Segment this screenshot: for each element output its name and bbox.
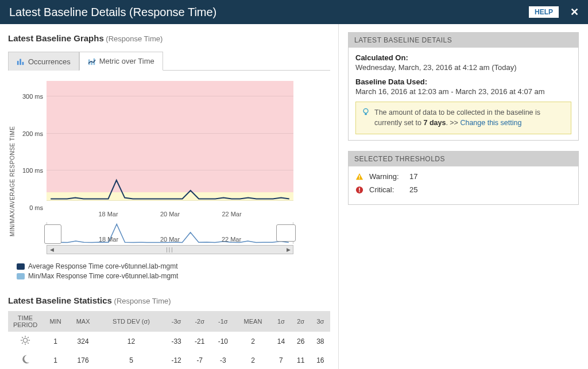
sun-icon bbox=[8, 332, 42, 351]
critical-value: 25 bbox=[409, 185, 417, 194]
scroll-right-icon[interactable]: ▶ bbox=[285, 246, 292, 253]
overview-scrollbar[interactable]: ◀ ||| ▶ bbox=[47, 245, 293, 254]
baseline-hint: The amount of data to be collected in th… bbox=[355, 102, 571, 134]
svg-rect-21 bbox=[359, 188, 360, 191]
tab-occurrences[interactable]: Occurrences bbox=[8, 52, 79, 71]
threshold-warning: Warning: 17 bbox=[355, 172, 571, 181]
stats-col-9: 2σ bbox=[291, 311, 311, 332]
tab-occurrences-label: Occurrences bbox=[28, 57, 71, 66]
mini-xtick-22: 22 Mar bbox=[201, 236, 262, 243]
right-pane: LATEST BASELINE DETAILS Calculated On: W… bbox=[339, 24, 588, 369]
stats-heading-sub: (Response Time) bbox=[114, 297, 171, 305]
swatch-dark-icon bbox=[17, 263, 25, 270]
hint-text-post: . >> bbox=[446, 119, 460, 127]
threshold-critical: Critical: 25 bbox=[355, 185, 571, 194]
panel-details-title: LATEST BASELINE DETAILS bbox=[349, 33, 578, 48]
stats-cell: 26 bbox=[291, 332, 311, 351]
graphs-heading-text: Latest Baseline Graphs bbox=[8, 33, 104, 43]
panel-thresholds-title: SELECTED THRESHOLDS bbox=[349, 152, 578, 166]
stats-cell: -33 bbox=[165, 332, 188, 351]
svg-rect-16 bbox=[365, 114, 367, 115]
avg-line bbox=[47, 199, 293, 200]
svg-line-12 bbox=[28, 343, 29, 344]
stats-cell: 1 bbox=[42, 351, 68, 369]
swatch-light-icon bbox=[17, 273, 25, 279]
mini-xtick-18: 18 Mar bbox=[78, 236, 140, 243]
stats-col-5: -2σ bbox=[188, 311, 211, 332]
table-row: 11765-12-7-3271116 bbox=[8, 351, 330, 369]
svg-rect-22 bbox=[359, 191, 360, 192]
stats-cell: -12 bbox=[165, 351, 188, 369]
change-setting-link[interactable]: Change this setting bbox=[460, 119, 521, 127]
page-title: Latest Baseline Details (Response Time) bbox=[9, 6, 216, 19]
panel-thresholds: SELECTED THRESHOLDS Warning: 17 Critical… bbox=[348, 151, 579, 205]
stats-cell: -3 bbox=[211, 351, 235, 369]
stats-cell: 5 bbox=[98, 351, 165, 369]
stats-col-3: STD DEV (σ) bbox=[98, 311, 165, 332]
svg-rect-19 bbox=[359, 178, 359, 178]
stats-col-0: TIME PERIOD bbox=[8, 311, 42, 332]
svg-rect-1 bbox=[20, 59, 21, 65]
line-chart-icon bbox=[88, 57, 96, 65]
ytick-100: 100 ms bbox=[22, 167, 43, 174]
warning-icon bbox=[355, 173, 363, 181]
stats-heading: Latest Baseline Statistics (Response Tim… bbox=[8, 296, 330, 305]
svg-rect-0 bbox=[17, 61, 19, 65]
stats-cell: 7 bbox=[271, 351, 291, 369]
mini-xtick-20: 20 Mar bbox=[140, 236, 201, 243]
main-chart[interactable]: 300 ms 200 ms 100 ms 0 ms 18 Mar 20 Mar bbox=[47, 81, 293, 207]
ytick-0: 0 ms bbox=[29, 204, 43, 211]
stats-col-1: MIN bbox=[42, 311, 68, 332]
stats-cell: 2 bbox=[235, 332, 272, 351]
lightbulb-icon bbox=[362, 108, 370, 128]
scroll-left-icon[interactable]: ◀ bbox=[48, 246, 55, 253]
svg-line-14 bbox=[28, 337, 29, 338]
y-axis-label: MIN/MAX/AVERAGE RESPONSE TIME bbox=[8, 81, 17, 282]
graphs-heading: Latest Baseline Graphs (Response Time) bbox=[8, 33, 330, 43]
stats-cell: 1 bbox=[42, 332, 68, 351]
moon-icon bbox=[8, 351, 42, 369]
svg-rect-18 bbox=[359, 175, 359, 177]
stats-cell: 14 bbox=[271, 332, 291, 351]
panel-details: LATEST BASELINE DETAILS Calculated On: W… bbox=[348, 32, 579, 141]
critical-icon bbox=[355, 186, 363, 194]
stats-col-10: 3σ bbox=[311, 311, 330, 332]
stats-col-2: MAX bbox=[68, 311, 98, 332]
xtick-20: 20 Mar bbox=[139, 211, 201, 217]
stats-cell: 38 bbox=[311, 332, 330, 351]
stats-col-8: 1σ bbox=[271, 311, 291, 332]
ytick-200: 200 ms bbox=[22, 130, 43, 137]
critical-label: Critical: bbox=[369, 185, 404, 194]
ytick-300: 300 ms bbox=[22, 93, 43, 100]
graphs-heading-sub: (Response Time) bbox=[106, 34, 163, 43]
close-icon[interactable]: ✕ bbox=[570, 6, 579, 18]
data-used-value: March 16, 2016 at 12:03 am - March 23, 2… bbox=[355, 87, 571, 96]
stats-cell: -10 bbox=[211, 332, 235, 351]
warning-label: Warning: bbox=[369, 172, 404, 181]
stats-heading-text: Latest Baseline Statistics bbox=[8, 296, 112, 305]
tab-metric-label: Metric over Time bbox=[99, 57, 154, 65]
stats-col-4: -3σ bbox=[165, 311, 188, 332]
stats-col-7: MEAN bbox=[235, 311, 272, 332]
legend-avg-label: Average Response Time core-v6tunnel.lab-… bbox=[28, 262, 178, 270]
scroll-grip[interactable]: ||| bbox=[55, 247, 285, 253]
x-ticks: 18 Mar 20 Mar 22 Mar bbox=[47, 211, 293, 217]
svg-line-11 bbox=[22, 337, 23, 338]
legend-minmax: Min/Max Response Time core-v6tunnel.lab-… bbox=[17, 272, 330, 280]
svg-point-15 bbox=[363, 108, 368, 113]
stats-table: TIME PERIODMINMAXSTD DEV (σ)-3σ-2σ-1σMEA… bbox=[8, 311, 330, 369]
help-button[interactable]: HELP bbox=[529, 6, 559, 18]
data-used-label: Baseline Data Used: bbox=[355, 77, 571, 86]
xtick-22: 22 Mar bbox=[201, 211, 263, 217]
calc-on-label: Calculated On: bbox=[355, 53, 571, 62]
stats-cell: 11 bbox=[291, 351, 311, 369]
table-row: 132412-33-21-102142638 bbox=[8, 332, 330, 351]
tab-metric-over-time[interactable]: Metric over Time bbox=[79, 52, 163, 71]
stats-cell: 16 bbox=[311, 351, 330, 369]
overview-chart[interactable]: 18 Mar 20 Mar 22 Mar ◀ ||| ▶ bbox=[47, 222, 293, 254]
svg-point-6 bbox=[23, 338, 27, 342]
warning-value: 17 bbox=[409, 172, 417, 181]
calc-on-value: Wednesday, March, 23, 2016 at 4:12 am (T… bbox=[355, 63, 571, 72]
chart-legend: Average Response Time core-v6tunnel.lab-… bbox=[17, 262, 330, 280]
stats-col-6: -1σ bbox=[211, 311, 235, 332]
